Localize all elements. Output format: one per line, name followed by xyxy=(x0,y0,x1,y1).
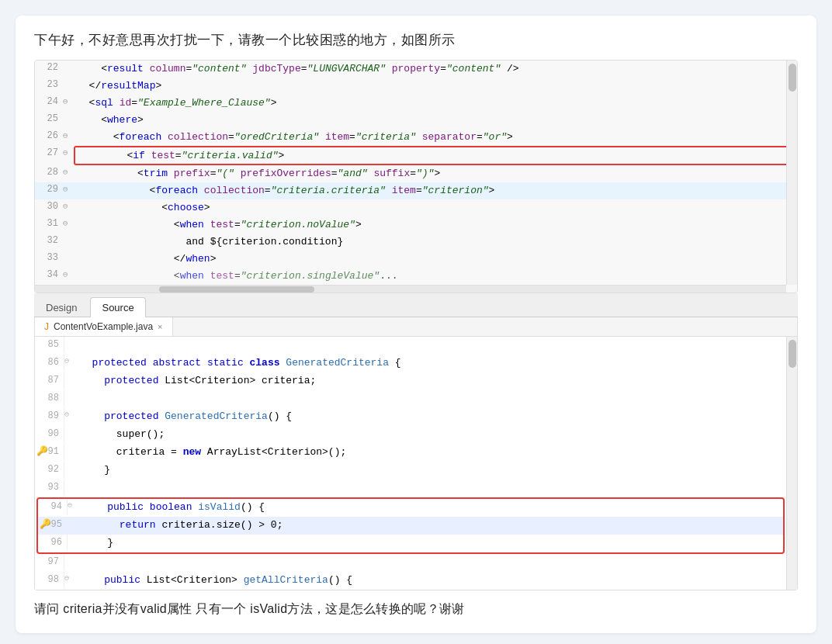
xml-content-26: <foreach collection="oredCriteria" item=… xyxy=(74,129,797,145)
java-line-92: 92 } xyxy=(35,462,786,480)
xml-line-24: 24 ⊖ <sql id="Example_Where_Clause"> xyxy=(35,95,797,112)
xml-content-30: <choose> xyxy=(74,199,797,216)
java-content-96: } xyxy=(78,535,783,552)
java-line-89: 89 ⊖ protected GeneratedCriteria() { xyxy=(35,408,786,426)
file-tab-bar: J ContentVoExample.java × xyxy=(35,317,797,337)
xml-line-27: 27 ⊖ <if test="criteria.valid"> xyxy=(35,146,797,165)
java-linenum-90: 90 xyxy=(35,426,64,441)
java-linenum-86: 86 xyxy=(35,355,64,370)
xml-line-34: 34 ⊖ <when test="criterion.singleValue".… xyxy=(35,268,797,285)
java-red-box: 94 ⊖ public boolean isValid() { 95 retur… xyxy=(36,497,785,554)
tab-bar: Design Source xyxy=(34,293,798,317)
question-text: 请问 criteria并没有valid属性 只有一个 isValid方法，这是怎… xyxy=(34,601,798,618)
line-num-32: 32 xyxy=(35,234,63,249)
file-tab-contentvoexample[interactable]: J ContentVoExample.java × xyxy=(35,317,173,336)
java-linenum-94: 94 xyxy=(38,499,68,514)
xml-line-23: 23 </resultMap> xyxy=(35,78,797,95)
java-linenum-92: 92 xyxy=(35,462,64,477)
java-content-91: criteria = new ArrayList<Criterion>(); xyxy=(75,444,786,461)
xml-content-24: <sql id="Example_Where_Clause"> xyxy=(74,95,797,111)
xml-content-33: </when> xyxy=(74,251,797,267)
line-num-24: 24 xyxy=(35,95,63,110)
xml-scroll-thumb[interactable] xyxy=(789,64,796,92)
java-content-95: return criteria.size() > 0; xyxy=(78,517,783,534)
java-linenum-87: 87 xyxy=(35,372,64,388)
line-num-27: 27 xyxy=(35,146,63,161)
xml-hscroll[interactable] xyxy=(35,285,786,293)
xml-hscroll-thumb[interactable] xyxy=(159,286,314,293)
tab-design[interactable]: Design xyxy=(34,297,88,317)
java-line-86: 86 ⊖ protected abstract static class Gen… xyxy=(35,355,786,372)
xml-line-33: 33 </when> xyxy=(35,251,797,268)
java-linenum-96: 96 xyxy=(38,535,68,550)
xml-line-31: 31 ⊖ <when test="criterion.noValue"> xyxy=(35,216,797,234)
java-linenum-88: 88 xyxy=(35,390,64,406)
xml-line-22: 22 <result column="content" jdbcType="LU… xyxy=(35,61,797,78)
java-line-88: 88 xyxy=(35,390,786,408)
xml-line-25: 25 <where> xyxy=(35,112,797,129)
key-icon-95: 🔑 xyxy=(40,517,51,532)
java-panel: J ContentVoExample.java × 85 86 ⊖ protec… xyxy=(34,317,798,590)
line-num-31: 31 xyxy=(35,216,63,232)
java-content-86: protected abstract static class Generate… xyxy=(75,355,786,372)
java-line-94: 94 ⊖ public boolean isValid() { xyxy=(38,499,783,517)
java-linenum-98: 98 xyxy=(35,572,64,587)
java-line-87: 87 protected List<Criterion> criteria; xyxy=(35,372,786,390)
java-content-94: public boolean isValid() { xyxy=(78,499,783,516)
line-num-28: 28 xyxy=(35,165,63,181)
xml-line-29: 29 ⊖ <foreach collection="criteria.crite… xyxy=(35,182,797,199)
xml-content-25: <where> xyxy=(74,112,797,128)
xml-content-32: and ${criterion.condition} xyxy=(74,234,797,250)
line-num-22: 22 xyxy=(35,61,63,76)
line-num-33: 33 xyxy=(35,251,63,266)
xml-scrollbar[interactable] xyxy=(786,61,797,285)
line-num-34: 34 xyxy=(35,268,63,283)
java-line-85: 85 xyxy=(35,337,786,355)
java-line-97: 97 xyxy=(35,554,786,572)
java-line-95: 95 return criteria.size() > 0; 🔑 xyxy=(38,517,783,535)
java-code-area: 85 86 ⊖ protected abstract static class … xyxy=(35,337,797,590)
intro-text: 下午好，不好意思再次打扰一下，请教一个比较困惑的地方，如图所示 xyxy=(34,31,798,49)
java-linenum-93: 93 xyxy=(35,480,64,495)
java-linenum-97: 97 xyxy=(35,554,64,570)
xml-line-26: 26 ⊖ <foreach collection="oredCriteria" … xyxy=(35,129,797,146)
xml-code-panel: 22 <result column="content" jdbcType="LU… xyxy=(34,60,798,293)
java-content-88 xyxy=(75,390,786,407)
java-scroll-thumb[interactable] xyxy=(789,340,796,368)
java-scrollbar[interactable] xyxy=(786,337,797,590)
file-tab-name: ContentVoExample.java xyxy=(54,321,153,332)
line-num-29: 29 xyxy=(35,182,63,198)
xml-content-29: <foreach collection="criteria.criteria" … xyxy=(74,182,797,199)
line-num-25: 25 xyxy=(35,112,63,127)
key-icon-91: 🔑 xyxy=(36,444,48,459)
java-content-98: public List<Criterion> getAllCriteria() … xyxy=(75,572,786,589)
xml-content-28: <trim prefix="(" prefixOverrides="and" s… xyxy=(74,165,797,182)
java-content-97 xyxy=(75,554,786,571)
line-num-26: 26 xyxy=(35,129,63,144)
java-line-90: 90 super(); xyxy=(35,426,786,444)
line-num-23: 23 xyxy=(35,78,63,93)
xml-content-31: <when test="criterion.noValue"> xyxy=(74,216,797,233)
file-close-icon[interactable]: × xyxy=(158,322,162,331)
xml-content-27: <if test="criteria.valid"> xyxy=(74,146,797,165)
java-line-96: 96 } xyxy=(38,535,783,552)
java-file-icon: J xyxy=(44,321,49,332)
xml-line-30: 30 ⊖ <choose> xyxy=(35,199,797,216)
java-content-85 xyxy=(75,337,786,354)
java-linenum-89: 89 xyxy=(35,408,64,424)
java-content-87: protected List<Criterion> criteria; xyxy=(75,372,786,390)
xml-content-23: </resultMap> xyxy=(74,78,797,94)
xml-line-28: 28 ⊖ <trim prefix="(" prefixOverrides="a… xyxy=(35,165,797,182)
tab-source[interactable]: Source xyxy=(90,297,145,317)
main-container: 下午好，不好意思再次打扰一下，请教一个比较困惑的地方，如图所示 22 <resu… xyxy=(16,16,816,633)
java-content-92: } xyxy=(75,462,786,479)
xml-content-34: <when test="criterion.singleValue"... xyxy=(74,268,797,284)
line-num-30: 30 xyxy=(35,199,63,215)
xml-line-32: 32 and ${criterion.condition} xyxy=(35,234,797,251)
xml-code-area: 22 <result column="content" jdbcType="LU… xyxy=(35,61,797,285)
java-content-89: protected GeneratedCriteria() { xyxy=(75,408,786,425)
java-line-91: 91 criteria = new ArrayList<Criterion>()… xyxy=(35,444,786,462)
xml-content-22: <result column="content" jdbcType="LUNGV… xyxy=(74,61,797,77)
java-line-93: 93 xyxy=(35,480,786,497)
java-line-98: 98 ⊖ public List<Criterion> getAllCriter… xyxy=(35,572,786,590)
